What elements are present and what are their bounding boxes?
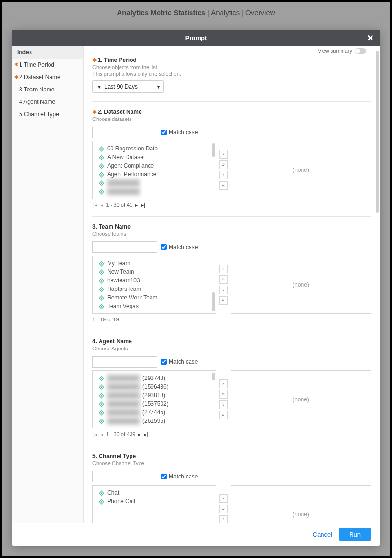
last-page-button[interactable]: ▸| (141, 202, 146, 208)
section-dataset-name: ✱2. Dataset Name Choose datasets Match c… (92, 102, 371, 217)
move-left-button[interactable]: ‹ (219, 171, 228, 179)
dataset-selected-list[interactable]: (none) (231, 141, 371, 199)
team-selected-list[interactable]: (none) (231, 256, 371, 314)
move-right-button[interactable]: › (219, 265, 228, 273)
agent-shuttle: › » ‹ « (219, 370, 228, 428)
prev-page-button[interactable]: ◂ (100, 432, 104, 437)
diamond-icon (99, 180, 104, 185)
sidebar-item-team-name[interactable]: 3 Team Name (12, 83, 83, 96)
move-all-right-button[interactable]: » (219, 505, 228, 513)
channel-match-case[interactable]: Match case (161, 473, 198, 480)
prev-page-button[interactable]: ◂ (100, 202, 104, 208)
breadcrumb: Analytics Metric Statistics|Analytics|Ov… (2, 2, 390, 23)
list-item[interactable]: A New Dataset (93, 153, 216, 161)
list-item[interactable]: RaptorsTeam (93, 285, 216, 293)
list-item[interactable]: Phone Call (93, 497, 216, 506)
time-period-select[interactable]: ▼ Last 90 Days ▾ (92, 80, 164, 93)
scrollbar-thumb[interactable] (212, 143, 215, 157)
diamond-icon (99, 376, 104, 380)
dataset-available-list[interactable]: 00 Regression DataA New DatasetAgent Com… (92, 141, 216, 199)
agent-search-input[interactable] (92, 356, 157, 368)
sidebar-item-channel-type[interactable]: 5 Channel Type (12, 108, 83, 120)
list-item[interactable]: ████████(277445) (93, 408, 216, 417)
list-item[interactable]: ████████(261596) (93, 417, 216, 425)
agent-available-list[interactable]: ████████(293748)████████(1596436)███████… (92, 370, 216, 428)
agent-match-case[interactable]: Match case (161, 359, 198, 365)
diamond-icon (99, 418, 104, 423)
view-summary-toggle[interactable]: View summary (318, 48, 366, 54)
diamond-icon (99, 384, 104, 389)
list-item[interactable]: ████████(1596436) (93, 382, 216, 391)
list-item[interactable]: 00 Regression Data (93, 144, 216, 153)
next-page-button[interactable]: ▸ (134, 202, 139, 208)
modal-main: View summary ✱1. Time Period Choose obje… (84, 46, 380, 523)
move-right-button[interactable]: › (219, 494, 228, 503)
move-left-button[interactable]: ‹ (219, 400, 228, 409)
diamond-icon (99, 189, 104, 194)
move-all-left-button[interactable]: « (219, 296, 228, 305)
move-all-left-button[interactable]: « (219, 181, 228, 190)
section-channel-type: 5. Channel Type Choose Channel Type Matc… (92, 446, 371, 523)
cancel-button[interactable]: Cancel (313, 531, 332, 538)
dataset-shuttle: › » ‹ « (219, 141, 228, 199)
move-left-button[interactable]: ‹ (219, 286, 228, 294)
team-search-input[interactable] (92, 241, 157, 253)
diamond-icon (99, 172, 104, 177)
modal-title: Prompt (185, 34, 207, 41)
move-right-button[interactable]: › (219, 150, 228, 159)
list-item[interactable]: New Team (93, 268, 216, 276)
diamond-icon (99, 401, 104, 406)
channel-available-list[interactable]: ChatPhone Call (92, 485, 216, 523)
team-match-case[interactable]: Match case (161, 244, 198, 250)
dataset-search-input[interactable] (92, 127, 157, 138)
channel-selected-list[interactable]: (none) (231, 485, 371, 523)
list-item[interactable]: ████████ (93, 187, 216, 196)
list-item[interactable]: ████████(1537502) (93, 399, 216, 408)
index-sidebar: Index ✱1 Time Period ✱2 Dataset Name 3 T… (12, 46, 84, 523)
run-button[interactable]: Run (339, 528, 371, 541)
sidebar-item-time-period[interactable]: ✱1 Time Period (12, 59, 83, 71)
close-icon[interactable]: ✕ (367, 33, 374, 43)
list-item[interactable]: Agent Compliance (93, 161, 216, 170)
move-all-right-button[interactable]: » (219, 390, 228, 399)
scrollbar-thumb[interactable] (212, 373, 215, 380)
move-all-right-button[interactable]: » (219, 160, 228, 169)
diamond-icon (99, 410, 104, 415)
sidebar-header: Index (12, 46, 83, 59)
channel-search-input[interactable] (92, 471, 157, 482)
funnel-icon: ▼ (97, 84, 101, 90)
diamond-icon (99, 304, 104, 309)
list-item[interactable]: Remote Work Team (93, 293, 216, 302)
diamond-icon (99, 269, 104, 274)
diamond-icon (99, 393, 104, 398)
list-item[interactable]: newteam103 (93, 276, 216, 285)
channel-shuttle: › » ‹ « (219, 485, 228, 523)
move-left-button[interactable]: ‹ (219, 515, 228, 523)
list-item[interactable]: Agent Performance (93, 170, 216, 179)
sidebar-item-agent-name[interactable]: 4 Agent Name (12, 96, 83, 108)
toggle-icon[interactable] (355, 48, 366, 54)
scrollbar-thumb[interactable] (376, 51, 379, 213)
team-shuttle: › » ‹ « (219, 256, 228, 314)
team-available-list[interactable]: My TeamNew Teamnewteam103RaptorsTeamRemo… (92, 256, 216, 314)
move-all-right-button[interactable]: » (219, 275, 228, 284)
list-item[interactable]: ████████(293748) (93, 374, 216, 382)
agent-pager: |◂ ◂ 1 - 30 of 439 ▸ ▸| (92, 431, 371, 437)
list-item[interactable]: My Team (93, 259, 216, 268)
dataset-match-case[interactable]: Match case (161, 129, 198, 136)
list-item[interactable]: Chat (93, 488, 216, 497)
first-page-button[interactable]: |◂ (92, 202, 98, 208)
last-page-button[interactable]: ▸| (143, 432, 149, 437)
first-page-button[interactable]: |◂ (92, 432, 98, 437)
sidebar-item-dataset-name[interactable]: ✱2 Dataset Name (12, 71, 83, 83)
list-item[interactable]: ████████ (93, 179, 216, 187)
next-page-button[interactable]: ▸ (137, 432, 141, 437)
move-right-button[interactable]: › (219, 379, 228, 388)
list-item[interactable]: Team Vegas (93, 302, 216, 310)
scrollbar-thumb[interactable] (212, 292, 215, 311)
chevron-down-icon: ▾ (157, 84, 160, 90)
list-item[interactable]: ████████(293818) (93, 391, 216, 399)
move-all-left-button[interactable]: « (219, 411, 228, 419)
agent-selected-list[interactable]: (none) (231, 370, 371, 428)
section-time-period: ✱1. Time Period Choose objects from the … (92, 50, 371, 102)
